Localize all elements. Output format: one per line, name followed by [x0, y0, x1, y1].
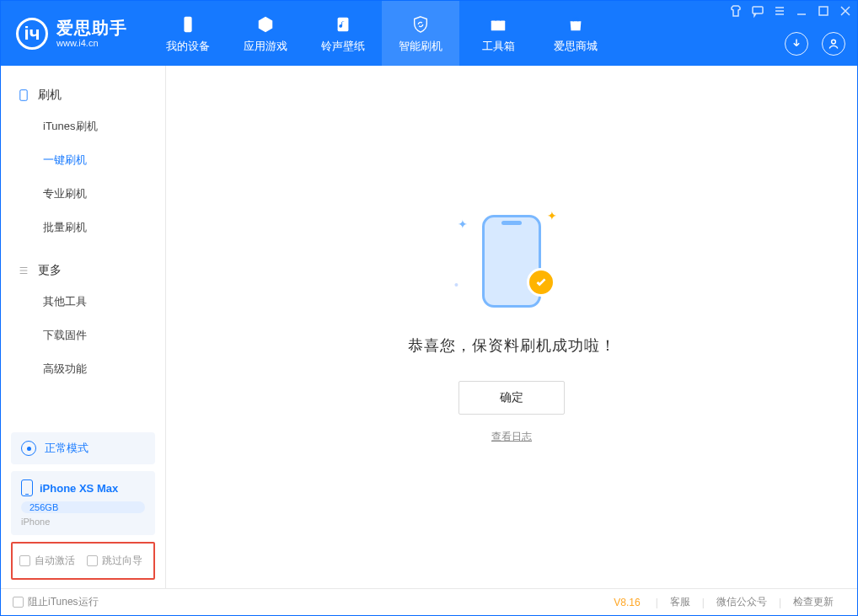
header: iч 爱思助手 www.i4.cn 我的设备 应用游戏 铃声壁纸 智能刷机 — [1, 1, 857, 66]
tab-smart-flash[interactable]: 智能刷机 — [382, 1, 459, 66]
app-window: iч 爱思助手 www.i4.cn 我的设备 应用游戏 铃声壁纸 智能刷机 — [0, 0, 858, 616]
header-actions — [785, 32, 845, 56]
bag-icon — [565, 13, 587, 35]
user-icon[interactable] — [822, 32, 845, 56]
sidebar-item-batch-flash[interactable]: 批量刷机 — [1, 211, 165, 244]
close-icon[interactable] — [839, 4, 852, 18]
checkbox-icon — [87, 555, 98, 566]
svg-rect-4 — [819, 7, 828, 15]
feedback-icon[interactable] — [751, 4, 764, 18]
checkbox-auto-activate[interactable]: 自动激活 — [19, 554, 75, 568]
sidebar-group-flash: 刷机 — [1, 81, 165, 110]
normal-mode-icon — [21, 441, 36, 456]
skin-icon[interactable] — [729, 4, 743, 18]
options-highlight-box: 自动激活 跳过向导 — [11, 542, 155, 580]
list-icon — [18, 265, 29, 276]
device-icon — [21, 479, 33, 496]
sidebar-item-oneclick-flash[interactable]: 一键刷机 — [1, 143, 165, 177]
body: 刷机 iTunes刷机 一键刷机 专业刷机 批量刷机 更多 其他工具 下载固件 … — [1, 66, 857, 588]
logo-area: iч 爱思助手 www.i4.cn — [1, 1, 142, 66]
sparkle-icon: ✦ — [458, 217, 468, 231]
nav-tabs: 我的设备 应用游戏 铃声壁纸 智能刷机 工具箱 爱思商城 — [149, 1, 614, 66]
device-mode-label: 正常模式 — [45, 441, 88, 456]
app-subtitle: www.i4.cn — [56, 38, 127, 49]
svg-rect-6 — [20, 90, 27, 101]
sparkle-icon: • — [454, 278, 458, 292]
shield-refresh-icon — [410, 13, 432, 35]
menu-icon[interactable] — [773, 4, 786, 18]
svg-rect-3 — [753, 7, 763, 13]
sidebar-item-advanced[interactable]: 高级功能 — [1, 352, 165, 386]
checkbox-skip-guide[interactable]: 跳过向导 — [87, 554, 142, 568]
footer-link-update[interactable]: 检查更新 — [781, 595, 845, 609]
phone-icon — [177, 13, 199, 35]
checkbox-icon — [19, 555, 30, 566]
tab-my-device[interactable]: 我的设备 — [149, 1, 227, 66]
svg-rect-0 — [184, 16, 191, 31]
minimize-icon[interactable] — [795, 4, 808, 18]
device-mode-card[interactable]: 正常模式 — [11, 432, 155, 464]
footer-link-wechat[interactable]: 微信公众号 — [705, 595, 779, 609]
tab-toolbox[interactable]: 工具箱 — [459, 1, 537, 66]
view-log-link[interactable]: 查看日志 — [491, 430, 532, 444]
briefcase-icon — [487, 13, 509, 35]
tab-store[interactable]: 爱思商城 — [537, 1, 614, 66]
svg-rect-1 — [338, 17, 349, 31]
success-illustration: ✦ ✦ • — [461, 211, 562, 312]
svg-point-5 — [832, 40, 836, 44]
ok-button[interactable]: 确定 — [458, 381, 565, 415]
main-content: ✦ ✦ • 恭喜您，保资料刷机成功啦！ 确定 查看日志 — [166, 66, 857, 588]
sidebar-item-itunes-flash[interactable]: iTunes刷机 — [1, 110, 165, 143]
app-title: 爱思助手 — [56, 18, 127, 38]
maximize-icon[interactable] — [817, 4, 830, 18]
device-name-label: iPhone XS Max — [40, 482, 118, 495]
sparkle-icon: ✦ — [547, 209, 557, 222]
sidebar-item-download-firmware[interactable]: 下载固件 — [1, 319, 165, 352]
cube-icon — [255, 13, 276, 35]
sidebar-group-more: 更多 — [1, 256, 165, 285]
footer: 阻止iTunes运行 V8.16 | 客服 | 微信公众号 | 检查更新 — [1, 588, 857, 615]
footer-link-support[interactable]: 客服 — [658, 595, 702, 609]
success-message: 恭喜您，保资料刷机成功啦！ — [408, 335, 616, 356]
logo-icon: iч — [16, 18, 48, 50]
phone-outline-icon — [18, 89, 29, 101]
device-info-card[interactable]: iPhone XS Max 256GB iPhone — [11, 471, 155, 535]
svg-rect-2 — [491, 20, 506, 30]
tab-apps-games[interactable]: 应用游戏 — [227, 1, 304, 66]
sidebar: 刷机 iTunes刷机 一键刷机 专业刷机 批量刷机 更多 其他工具 下载固件 … — [1, 66, 166, 588]
version-label: V8.16 — [614, 597, 640, 608]
tab-ringtones-wallpapers[interactable]: 铃声壁纸 — [304, 1, 382, 66]
download-icon[interactable] — [785, 32, 808, 56]
device-type-label: iPhone — [21, 517, 145, 527]
music-icon — [332, 13, 354, 35]
checkbox-icon — [13, 597, 24, 608]
window-controls — [729, 4, 852, 18]
checkmark-badge-icon — [527, 268, 555, 297]
sidebar-item-pro-flash[interactable]: 专业刷机 — [1, 177, 165, 211]
checkbox-block-itunes[interactable]: 阻止iTunes运行 — [13, 595, 99, 609]
sidebar-item-other-tools[interactable]: 其他工具 — [1, 285, 165, 319]
device-storage-badge: 256GB — [21, 501, 145, 513]
